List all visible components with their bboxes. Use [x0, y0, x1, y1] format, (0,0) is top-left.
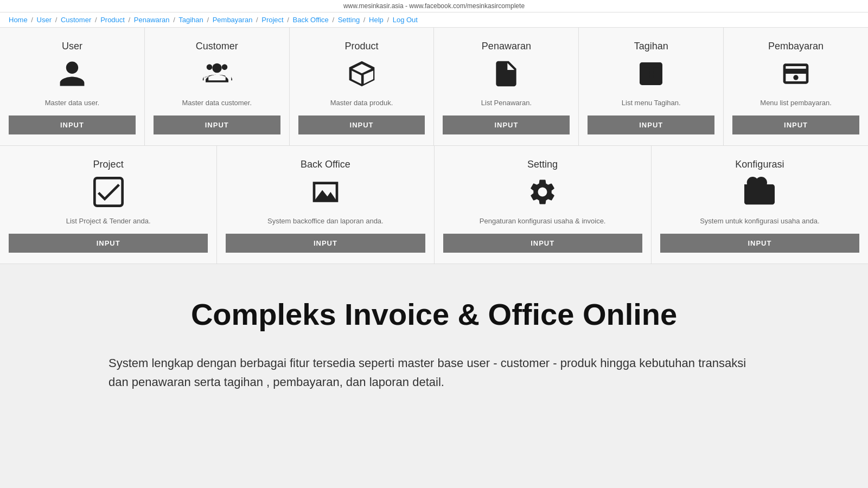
hero-section: Compleks Invoice & Office Online System …: [0, 264, 868, 419]
svg-rect-9: [94, 178, 122, 206]
breadcrumb-user[interactable]: User: [37, 16, 52, 24]
card-pembayaran-btn[interactable]: INPUT: [732, 115, 859, 134]
card-setting-desc: Pengaturan konfigurasi usaha & invoice.: [480, 217, 606, 225]
breadcrumb-logout[interactable]: Log Out: [393, 16, 418, 24]
card-setting-title: Setting: [527, 159, 558, 170]
breadcrumb: Home / User / Customer / Product / Penaw…: [0, 12, 868, 28]
card-tagihan-desc: List menu Tagihan.: [622, 99, 681, 107]
breadcrumb-tagihan[interactable]: Tagihan: [178, 16, 203, 24]
card-penawaran-desc: List Penawaran.: [481, 99, 532, 107]
top-bar-text: www.mesinkasir.asia - www.facebook.com/m…: [343, 2, 525, 10]
svg-rect-4: [654, 67, 659, 70]
card-pembayaran: Pembayaran Menu list pembayaran. INPUT: [724, 28, 868, 145]
card-customer-desc: Master data customer.: [182, 99, 252, 107]
card-backoffice-desc: System backoffice dan laporan anda.: [267, 217, 384, 225]
card-user-title: User: [62, 41, 82, 52]
tagihan-icon: [636, 59, 666, 93]
setting-icon: [527, 177, 558, 211]
breadcrumb-pembayaran[interactable]: Pembayaran: [213, 16, 253, 24]
card-user-desc: Master data user.: [45, 99, 99, 107]
user-icon: [57, 59, 87, 93]
card-pembayaran-desc: Menu list pembayaran.: [760, 99, 832, 107]
svg-point-0: [212, 63, 222, 73]
card-setting-btn[interactable]: INPUT: [443, 234, 642, 253]
card-project-title: Project: [93, 159, 124, 170]
breadcrumb-penawaran[interactable]: Penawaran: [134, 16, 170, 24]
card-project: Project List Project & Tender anda. INPU…: [0, 146, 217, 264]
card-penawaran: Penawaran List Penawaran. INPUT: [434, 28, 579, 145]
card-konfigurasi-btn[interactable]: INPUT: [660, 234, 859, 253]
breadcrumb-customer[interactable]: Customer: [61, 16, 91, 24]
card-product-btn[interactable]: INPUT: [298, 115, 425, 134]
card-penawaran-title: Penawaran: [482, 41, 531, 52]
card-setting: Setting Pengaturan konfigurasi usaha & i…: [435, 146, 652, 264]
svg-rect-1: [645, 67, 650, 70]
card-tagihan: Tagihan List menu Tagihan. INPUT: [579, 28, 724, 145]
penawaran-icon: [491, 59, 521, 93]
hero-desc: System lengkap dengan berbagai fitur ter…: [108, 354, 760, 391]
svg-point-8: [794, 76, 798, 80]
card-customer: Customer Master data customer. INPUT: [145, 28, 290, 145]
card-project-btn[interactable]: INPUT: [9, 234, 208, 253]
card-project-desc: List Project & Tender anda.: [66, 217, 151, 225]
breadcrumb-project[interactable]: Project: [261, 16, 283, 24]
svg-rect-5: [654, 71, 659, 74]
card-tagihan-btn[interactable]: INPUT: [588, 115, 714, 134]
breadcrumb-product[interactable]: Product: [100, 16, 125, 24]
product-icon: [347, 59, 377, 93]
card-backoffice-btn[interactable]: INPUT: [226, 234, 425, 253]
breadcrumb-home[interactable]: Home: [9, 16, 28, 24]
card-customer-btn[interactable]: INPUT: [154, 115, 280, 134]
card-konfigurasi: Konfigurasi System untuk konfigurasi usa…: [652, 146, 868, 264]
card-konfigurasi-title: Konfigurasi: [735, 159, 784, 170]
card-product-desc: Master data produk.: [330, 99, 393, 107]
hero-title: Compleks Invoice & Office Online: [43, 297, 825, 332]
card-product-title: Product: [345, 41, 379, 52]
pembayaran-icon: [781, 59, 811, 93]
cards-section: User Master data user. INPUT Customer Ma…: [0, 28, 868, 264]
card-backoffice: Back Office System backoffice dan lapora…: [217, 146, 434, 264]
konfigurasi-icon: [744, 177, 775, 211]
breadcrumb-help[interactable]: Help: [369, 16, 384, 24]
card-product: Product Master data produk. INPUT: [290, 28, 435, 145]
card-user-btn[interactable]: INPUT: [9, 115, 136, 134]
card-penawaran-btn[interactable]: INPUT: [443, 115, 570, 134]
customer-icon: [202, 59, 232, 93]
card-tagihan-title: Tagihan: [634, 41, 668, 52]
card-user: User Master data user. INPUT: [0, 28, 145, 145]
svg-rect-6: [654, 75, 659, 78]
svg-rect-2: [645, 71, 650, 74]
breadcrumb-backoffice[interactable]: Back Office: [293, 16, 329, 24]
card-konfigurasi-desc: System untuk konfigurasi usaha anda.: [700, 217, 819, 225]
card-customer-title: Customer: [196, 41, 238, 52]
top-bar: www.mesinkasir.asia - www.facebook.com/m…: [0, 0, 868, 12]
cards-row-2: Project List Project & Tender anda. INPU…: [0, 146, 868, 264]
card-backoffice-title: Back Office: [301, 159, 350, 170]
breadcrumb-setting[interactable]: Setting: [338, 16, 360, 24]
card-pembayaran-title: Pembayaran: [768, 41, 824, 52]
backoffice-icon: [310, 177, 341, 211]
cards-row-1: User Master data user. INPUT Customer Ma…: [0, 28, 868, 146]
svg-rect-3: [645, 75, 650, 78]
project-icon: [93, 177, 124, 211]
